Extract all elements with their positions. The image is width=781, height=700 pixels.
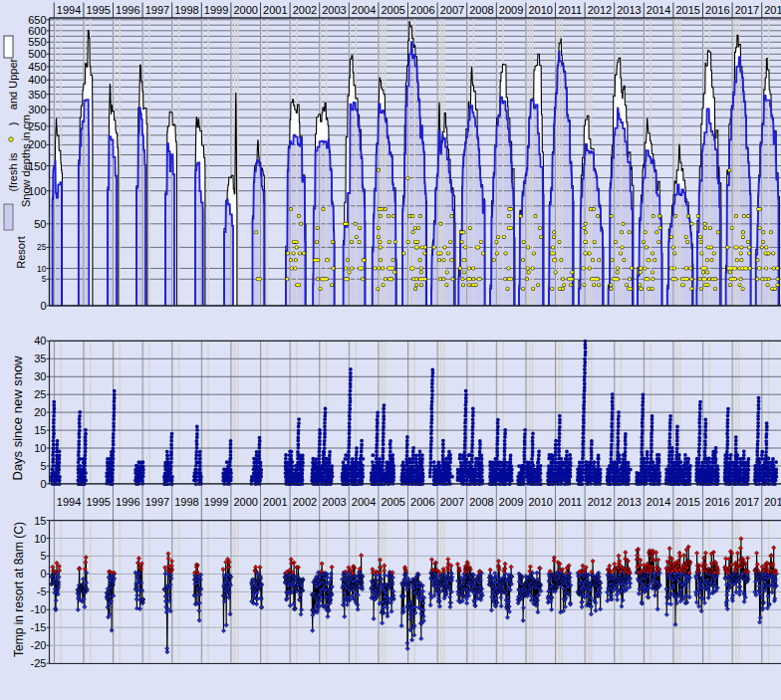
svg-text:450: 450 [28, 61, 46, 73]
svg-text:1998: 1998 [174, 496, 198, 508]
svg-text:1998: 1998 [174, 4, 198, 16]
svg-text:5: 5 [40, 460, 46, 472]
svg-text:15: 15 [34, 424, 46, 436]
svg-text:2001: 2001 [263, 496, 287, 508]
svg-text:40: 40 [34, 335, 46, 347]
svg-text:-10: -10 [31, 603, 47, 615]
svg-text:2007: 2007 [440, 496, 464, 508]
svg-text:2001: 2001 [263, 4, 287, 16]
svg-text:10: 10 [34, 442, 46, 454]
svg-text:1997: 1997 [145, 496, 169, 508]
svg-text:2000: 2000 [233, 496, 257, 508]
svg-text:2006: 2006 [410, 496, 434, 508]
svg-text:10: 10 [37, 264, 47, 274]
svg-text:2014: 2014 [647, 4, 670, 16]
svg-text:2005: 2005 [381, 496, 404, 508]
svg-text:2000: 2000 [233, 4, 257, 16]
svg-text:2002: 2002 [293, 4, 317, 16]
svg-text:2015: 2015 [675, 496, 699, 508]
svg-text:300: 300 [28, 104, 46, 116]
svg-text:2009: 2009 [499, 4, 523, 16]
svg-text:1995: 1995 [86, 4, 110, 16]
svg-text:2009: 2009 [499, 496, 523, 508]
svg-text:25: 25 [34, 388, 46, 400]
svg-text:2017: 2017 [735, 496, 759, 508]
svg-text:2010: 2010 [528, 496, 552, 508]
svg-text:1994: 1994 [57, 4, 81, 16]
svg-text:2018: 2018 [764, 496, 781, 508]
svg-text:2014: 2014 [647, 496, 670, 508]
svg-text:2005: 2005 [381, 4, 404, 16]
svg-text:35: 35 [34, 352, 46, 364]
svg-text:600: 600 [28, 25, 46, 37]
svg-text:2008: 2008 [469, 496, 493, 508]
svg-text:2006: 2006 [410, 4, 434, 16]
svg-text:1999: 1999 [204, 496, 228, 508]
svg-text:-25: -25 [31, 657, 47, 669]
svg-text:0: 0 [40, 568, 46, 580]
svg-text:Resort: Resort [15, 236, 27, 268]
svg-text:2012: 2012 [588, 496, 612, 508]
svg-text:-5: -5 [37, 585, 47, 597]
svg-text:50: 50 [34, 218, 46, 230]
svg-text:5: 5 [40, 550, 46, 562]
svg-text:1995: 1995 [86, 496, 110, 508]
svg-text:30: 30 [34, 370, 46, 382]
svg-text:0: 0 [40, 478, 46, 490]
svg-text:Snow depths in cm: Snow depths in cm [20, 115, 32, 207]
svg-text:2011: 2011 [558, 4, 582, 16]
svg-text:25: 25 [37, 242, 47, 252]
svg-text:2003: 2003 [322, 4, 346, 16]
svg-text:2003: 2003 [322, 496, 346, 508]
svg-text:1996: 1996 [116, 496, 139, 508]
svg-text:2010: 2010 [528, 4, 552, 16]
svg-text:2015: 2015 [675, 4, 699, 16]
svg-text:2011: 2011 [558, 496, 582, 508]
svg-text:1994: 1994 [57, 496, 81, 508]
svg-text:Days since new snow: Days since new snow [10, 355, 25, 481]
svg-text:2016: 2016 [705, 4, 729, 16]
svg-text:and Upper: and Upper [7, 58, 19, 110]
svg-text:1999: 1999 [204, 4, 228, 16]
svg-text:5: 5 [42, 274, 47, 284]
svg-text:2013: 2013 [617, 4, 641, 16]
svg-text:350: 350 [28, 89, 46, 101]
svg-text:10: 10 [34, 533, 46, 545]
svg-text:2004: 2004 [352, 496, 376, 508]
svg-text:2017: 2017 [735, 4, 759, 16]
svg-text:550: 550 [28, 36, 46, 48]
svg-text:1996: 1996 [116, 4, 139, 16]
svg-text:15: 15 [34, 515, 46, 527]
svg-text:2007: 2007 [440, 4, 464, 16]
svg-text:500: 500 [28, 48, 46, 60]
svg-text:20: 20 [34, 406, 46, 418]
svg-text:0: 0 [40, 300, 46, 312]
svg-text:400: 400 [28, 74, 46, 86]
svg-text:-15: -15 [31, 621, 47, 633]
svg-text:2012: 2012 [588, 4, 612, 16]
svg-text:650: 650 [28, 14, 46, 26]
svg-text:2013: 2013 [617, 496, 641, 508]
svg-text:2002: 2002 [293, 496, 317, 508]
svg-text:): ) [7, 122, 19, 126]
svg-text:2008: 2008 [469, 4, 493, 16]
svg-text:2016: 2016 [705, 496, 729, 508]
svg-text:2018: 2018 [764, 4, 781, 16]
svg-text:-20: -20 [31, 639, 47, 651]
svg-text:2004: 2004 [352, 4, 376, 16]
svg-text:1997: 1997 [145, 4, 169, 16]
svg-text:(fresh is: (fresh is [7, 152, 19, 192]
svg-text:Temp in resort at 8am (C): Temp in resort at 8am (C) [12, 522, 26, 657]
